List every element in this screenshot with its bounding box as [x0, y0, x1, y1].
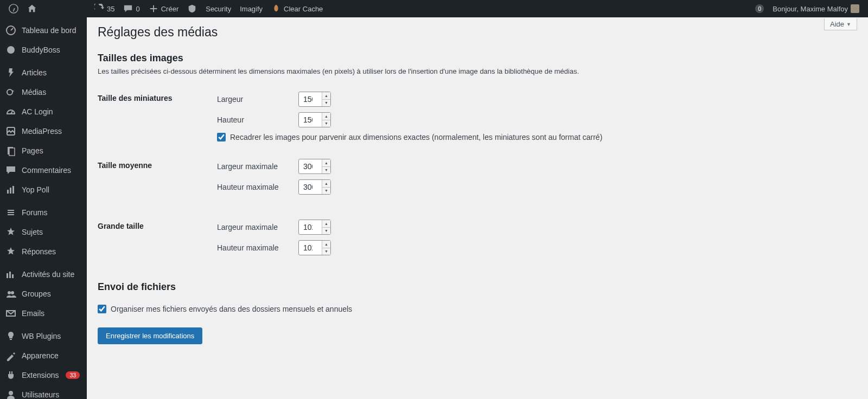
sidebar-item-label: Activités du site — [22, 270, 74, 279]
medium-max-height-label: Hauteur maximale — [217, 183, 298, 191]
number-spinner[interactable]: ▲▼ — [322, 220, 330, 234]
sidebar-item-extensions[interactable]: Extensions 33 — [0, 365, 87, 385]
comment-icon — [5, 165, 16, 176]
sidebar-item-label: Forums — [22, 208, 47, 217]
sidebar-item-groupes[interactable]: Groupes — [0, 284, 87, 304]
media-icon — [5, 87, 16, 98]
avatar-icon — [851, 4, 859, 13]
shield-item[interactable] — [183, 0, 201, 17]
comments-link[interactable]: 0 — [119, 0, 144, 17]
greeting-text: Bonjour, Maxime Malfoy — [773, 5, 848, 13]
comment-bubble-icon — [123, 4, 133, 14]
sidebar-item-commentaires[interactable]: Commentaires — [0, 160, 87, 180]
email-icon — [5, 308, 16, 319]
sidebar-item-label: AC Login — [22, 107, 53, 116]
sidebar-item-emails[interactable]: Emails — [0, 304, 87, 323]
dashboard-icon — [5, 25, 16, 36]
thumb-width-label: Largeur — [217, 95, 298, 104]
mediapress-icon — [5, 126, 16, 137]
wordpress-icon — [9, 4, 18, 14]
groups-icon — [5, 288, 16, 299]
notifications-link[interactable]: 0 — [751, 0, 768, 17]
activity-icon — [5, 269, 16, 280]
chevron-down-icon: ▼ — [846, 22, 851, 27]
sidebar-item-ac-login[interactable]: AC Login — [0, 102, 87, 121]
plugin-icon — [5, 370, 16, 381]
svg-point-3 — [7, 89, 12, 95]
security-link[interactable]: Security — [201, 0, 235, 17]
content-area: Aide ▼ Réglages des médias Tailles des i… — [87, 17, 868, 399]
plus-icon — [149, 4, 158, 14]
sidebar-item-apparence[interactable]: Apparence — [0, 346, 87, 365]
sidebar-item-wb-plugins[interactable]: WB Plugins — [0, 326, 87, 346]
buddyboss-icon — [5, 44, 16, 55]
sidebar-item-label: Emails — [22, 309, 44, 318]
media-sizes-table: Taille des miniatures Largeur ▲▼ Hauteur — [98, 87, 857, 265]
sidebar-item-reponses[interactable]: Réponses — [0, 242, 87, 261]
sidebar-item-buddyboss[interactable]: BuddyBoss — [0, 40, 87, 60]
thumb-heading: Taille des miniatures — [98, 87, 217, 146]
sidebar-item-label: Sujets — [22, 228, 43, 236]
poll-icon — [5, 184, 16, 195]
sidebar-item-label: Médias — [22, 88, 46, 96]
svg-point-2 — [7, 46, 15, 54]
sidebar-item-label: WB Plugins — [22, 332, 61, 340]
number-spinner[interactable]: ▲▼ — [322, 113, 330, 127]
upload-organize-label: Organiser mes fichiers envoyés dans des … — [111, 305, 352, 313]
upload-organize-row[interactable]: Organiser mes fichiers envoyés dans des … — [98, 305, 857, 313]
sidebar-item-activites[interactable]: Activités du site — [0, 265, 87, 284]
section-upload-title: Envoi de fichiers — [98, 281, 857, 293]
svg-rect-16 — [10, 339, 12, 340]
sidebar-item-articles[interactable]: Articles — [0, 63, 87, 82]
number-spinner[interactable]: ▲▼ — [322, 241, 330, 255]
appearance-icon — [5, 350, 16, 361]
sidebar-item-medias[interactable]: Médias — [0, 82, 87, 102]
imagify-label: Imagify — [240, 5, 263, 13]
shield-icon — [187, 4, 197, 14]
number-spinner[interactable]: ▲▼ — [322, 92, 330, 106]
topics-icon — [5, 227, 16, 237]
extensions-badge: 33 — [66, 371, 80, 379]
clear-cache-link[interactable]: Clear Cache — [267, 0, 327, 17]
help-tab-label: Aide — [830, 20, 844, 28]
sidebar-item-label: MediaPress — [22, 127, 62, 136]
page-title: Réglages des médias — [98, 17, 857, 42]
large-heading: Grande taille — [98, 215, 217, 265]
sidebar-item-label: Commentaires — [22, 166, 71, 175]
wordpress-logo[interactable] — [4, 0, 23, 17]
sidebar-item-label: Extensions — [22, 371, 59, 379]
admin-toolbar: 35 0 Créer Security Imagify Clear Cache … — [0, 0, 868, 17]
sidebar-item-sujets[interactable]: Sujets — [0, 222, 87, 242]
number-spinner[interactable]: ▲▼ — [322, 180, 330, 194]
sidebar-item-forums[interactable]: Forums — [0, 203, 87, 222]
section-sizes-desc: Les tailles précisées ci-dessous détermi… — [98, 67, 857, 75]
svg-point-17 — [9, 391, 13, 395]
sidebar-item-utilisateurs[interactable]: Utilisateurs — [0, 385, 87, 399]
home-link[interactable] — [23, 0, 41, 17]
sidebar-item-pages[interactable]: Pages — [0, 141, 87, 160]
medium-heading: Taille moyenne — [98, 155, 217, 204]
svg-rect-11 — [9, 272, 11, 278]
thumb-crop-row[interactable]: Recadrer les images pour parvenir aux di… — [217, 133, 857, 141]
sidebar-item-yop-poll[interactable]: Yop Poll — [0, 180, 87, 200]
sidebar-item-label: Articles — [22, 68, 47, 77]
sidebar-item-label: Apparence — [22, 351, 59, 360]
upload-organize-checkbox[interactable] — [98, 305, 106, 313]
number-spinner[interactable]: ▲▼ — [322, 159, 330, 173]
medium-max-width-label: Largeur maximale — [217, 162, 298, 171]
svg-rect-6 — [9, 148, 15, 156]
updates-link[interactable]: 35 — [90, 0, 119, 17]
thumb-crop-checkbox[interactable] — [217, 133, 226, 141]
create-new-link[interactable]: Créer — [144, 0, 183, 17]
help-tab[interactable]: Aide ▼ — [824, 18, 857, 30]
notifications-badge: 0 — [755, 4, 764, 13]
account-link[interactable]: Bonjour, Maxime Malfoy — [768, 0, 864, 17]
sidebar-item-label: Réponses — [22, 247, 56, 256]
rocket-icon — [271, 4, 281, 14]
imagify-link[interactable]: Imagify — [235, 0, 267, 17]
save-button[interactable]: Enregistrer les modifications — [98, 327, 202, 344]
sidebar-item-dashboard[interactable]: Tableau de bord — [0, 21, 87, 40]
sidebar-item-mediapress[interactable]: MediaPress — [0, 121, 87, 141]
forums-icon — [5, 207, 16, 218]
replies-icon — [5, 246, 16, 257]
